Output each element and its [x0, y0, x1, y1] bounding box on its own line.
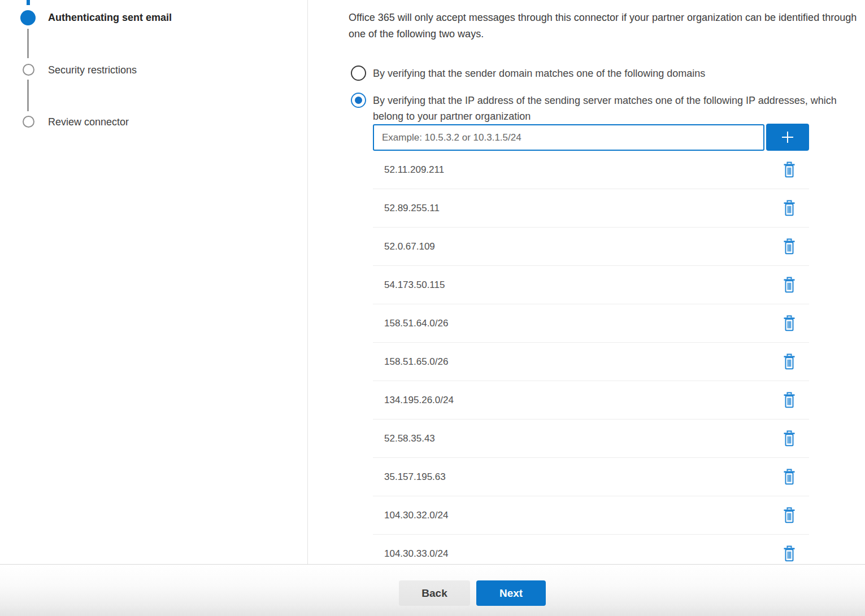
ip-address: 54.173.50.115: [384, 279, 445, 291]
delete-ip-button[interactable]: [782, 545, 797, 562]
ip-row: 52.58.35.43: [373, 420, 809, 458]
delete-ip-button[interactable]: [782, 277, 797, 294]
step-circle-icon: [23, 64, 34, 76]
radio-dot: [355, 97, 362, 104]
ip-address: 134.195.26.0/24: [384, 395, 454, 406]
ip-address: 52.58.35.43: [384, 433, 435, 444]
ip-section: 52.11.209.211 52.89.255.11 52.0.67.109: [373, 124, 809, 565]
stepper-line-previous: [27, 0, 30, 5]
ip-row: 104.30.32.0/24: [373, 496, 809, 535]
ip-address: 52.11.209.211: [384, 164, 444, 176]
trash-icon: [783, 161, 796, 178]
delete-ip-button[interactable]: [782, 315, 797, 332]
ip-address: 52.0.67.109: [384, 241, 435, 252]
trash-icon: [783, 430, 796, 447]
trash-icon: [783, 200, 796, 216]
radio-option-ip-address[interactable]: By verifying that the IP address of the …: [351, 93, 842, 124]
radio-option-label: By verifying that the sender domain matc…: [373, 65, 705, 81]
next-button[interactable]: Next: [476, 580, 546, 606]
stepper-connector-line: [27, 29, 29, 58]
ip-address: 104.30.33.0/24: [384, 548, 448, 560]
plus-icon: [780, 129, 796, 145]
delete-ip-button[interactable]: [782, 430, 797, 447]
ip-address: 52.89.255.11: [384, 203, 440, 214]
ip-input-row: [373, 124, 809, 151]
trash-icon: [783, 353, 796, 370]
ip-address: 104.30.32.0/24: [384, 510, 448, 521]
radio-selected-icon[interactable]: [351, 93, 366, 108]
ip-row: 134.195.26.0/24: [373, 381, 809, 420]
ip-row: 35.157.195.63: [373, 458, 809, 496]
ip-address: 35.157.195.63: [384, 471, 446, 483]
delete-ip-button[interactable]: [782, 469, 797, 486]
radio-option-label: By verifying that the IP address of the …: [373, 93, 842, 124]
ip-row: 52.11.209.211: [373, 151, 809, 189]
step-security-restrictions[interactable]: Security restrictions: [48, 64, 137, 76]
ip-row: 158.51.64.0/26: [373, 304, 809, 343]
ip-list: 52.11.209.211 52.89.255.11 52.0.67.109: [373, 151, 809, 565]
step-active-indicator-icon: [20, 10, 36, 25]
radio-option-sender-domain[interactable]: By verifying that the sender domain matc…: [351, 65, 705, 81]
ip-row: 104.30.33.0/24: [373, 535, 809, 565]
wizard-content: Authenticating sent email Security restr…: [0, 0, 865, 565]
step-circle-icon: [23, 116, 34, 128]
ip-row: 158.51.65.0/26: [373, 343, 809, 381]
connector-wizard-screen: Authenticating sent email Security restr…: [0, 0, 865, 616]
delete-ip-button[interactable]: [782, 353, 797, 370]
trash-icon: [783, 392, 796, 408]
back-button[interactable]: Back: [399, 580, 470, 606]
ip-row: 52.89.255.11: [373, 189, 809, 228]
delete-ip-button[interactable]: [782, 392, 797, 409]
wizard-steps-sidebar: Authenticating sent email Security restr…: [0, 0, 308, 565]
step-review-connector[interactable]: Review connector: [48, 116, 129, 128]
page-description: Office 365 will only accept messages thr…: [349, 10, 865, 42]
delete-ip-button[interactable]: [782, 161, 797, 178]
radio-unselected-icon[interactable]: [351, 65, 366, 81]
ip-row: 54.173.50.115: [373, 266, 809, 304]
trash-icon: [783, 507, 796, 523]
wizard-footer: Back Next: [0, 565, 865, 616]
ip-address: 158.51.64.0/26: [384, 318, 448, 329]
trash-icon: [783, 238, 796, 255]
trash-icon: [783, 277, 796, 293]
ip-row: 52.0.67.109: [373, 228, 809, 266]
ip-address-input[interactable]: [373, 124, 764, 151]
trash-icon: [783, 315, 796, 331]
stepper-connector-line: [27, 80, 29, 111]
ip-address: 158.51.65.0/26: [384, 356, 448, 368]
trash-icon: [783, 545, 796, 562]
delete-ip-button[interactable]: [782, 200, 797, 217]
trash-icon: [783, 469, 796, 485]
delete-ip-button[interactable]: [782, 507, 797, 524]
step-authenticating-sent-email[interactable]: Authenticating sent email: [48, 12, 172, 24]
add-ip-button[interactable]: [766, 124, 809, 151]
delete-ip-button[interactable]: [782, 238, 797, 255]
